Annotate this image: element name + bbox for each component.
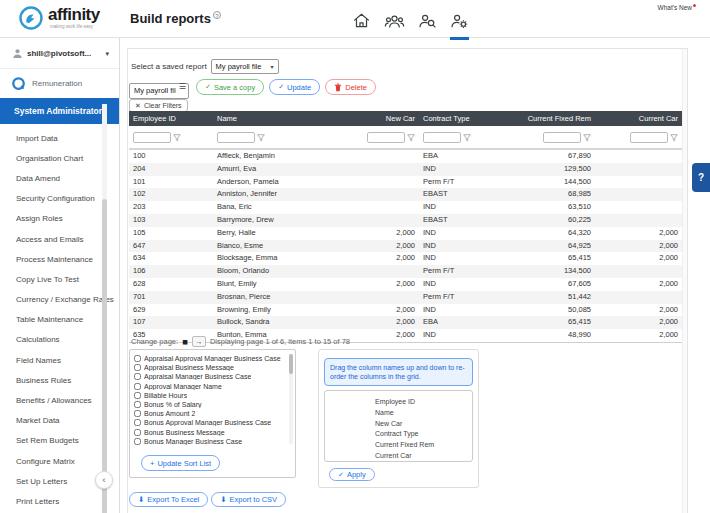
field-checkbox-row[interactable]: Appraisal Business Message: [134, 363, 287, 372]
table-row[interactable]: 628Blunt, Emily2,000IND67,6052,000: [129, 278, 682, 291]
table-row[interactable]: 103Barrymore, DrewEBAST60,225: [129, 214, 682, 227]
col-header-name[interactable]: Name: [213, 111, 339, 126]
column-order-item[interactable]: Name: [325, 408, 472, 419]
table-row[interactable]: 203Bana, EricIND63,510: [129, 201, 682, 214]
saved-report-select[interactable]: My payroll file ▾: [211, 59, 279, 74]
filter-icon[interactable]: [463, 134, 471, 142]
field-checkbox-row[interactable]: Appraisal Approval Manager Business Case: [134, 354, 287, 363]
table-row[interactable]: 647Bianco, Esme2,000IND64,9252,000: [129, 240, 682, 253]
column-order-item[interactable]: Employee ID: [325, 397, 472, 408]
top-bar: affinity making work life easy Build rep…: [0, 0, 710, 38]
report-fields-list: Appraisal Approval Manager Business Case…: [134, 354, 287, 449]
table-row[interactable]: 102Anniston, JenniferEBAST68,985: [129, 188, 682, 201]
field-checkbox-row[interactable]: Appraisal Manager Business Case: [134, 372, 287, 381]
export-to-excel-button[interactable]: ⬇ Export To Excel: [129, 492, 208, 507]
fields-list-scrollbar-thumb[interactable]: [289, 354, 293, 374]
filter-icon[interactable]: [173, 134, 181, 142]
pagination-status: Displaying page 1 of 6, items 1 to 15 of…: [210, 337, 350, 346]
filter-icon[interactable]: [407, 134, 415, 142]
table-row[interactable]: 106Bloom, OrlandoPerm F/T134,500: [129, 265, 682, 278]
column-order-item[interactable]: New Car: [325, 419, 472, 430]
nav-employee-search-icon[interactable]: [418, 13, 437, 40]
field-checkbox[interactable]: [134, 383, 141, 390]
table-row[interactable]: 101Anderson, PamelaPerm F/T144,500: [129, 176, 682, 189]
report-menu-icon[interactable]: ☰: [179, 82, 186, 91]
column-reorder-panel: Drag the column names up and down to re-…: [318, 349, 479, 488]
field-checkbox-row[interactable]: Bonus Amount 2: [134, 409, 287, 418]
apply-button[interactable]: ✓ Apply: [329, 468, 375, 481]
field-checkbox[interactable]: [134, 373, 141, 380]
sidebar-collapse-button[interactable]: ‹: [95, 471, 113, 489]
field-checkbox-row[interactable]: Bonus Manager Business Case: [134, 437, 287, 446]
filter-input-current-car[interactable]: [630, 132, 668, 143]
field-checkbox-row[interactable]: Bonus % of Salary: [134, 400, 287, 409]
content-scrollbar[interactable]: [682, 49, 687, 513]
col-header-new-car[interactable]: New Car: [339, 111, 419, 126]
help-tab-button[interactable]: ?: [692, 163, 710, 192]
field-checkbox[interactable]: [134, 438, 141, 445]
table-row[interactable]: 204Amurri, EvaIND129,500: [129, 163, 682, 176]
column-order-item[interactable]: Current Car: [325, 451, 472, 462]
filter-input-name[interactable]: [217, 132, 255, 143]
build-reports-panel: Select a saved report My payroll file ▾ …: [127, 48, 688, 513]
filter-input-current-fixed-rem[interactable]: [543, 132, 581, 143]
filter-input-contract-type[interactable]: [423, 132, 461, 143]
column-order-item[interactable]: Contract Type: [325, 429, 472, 440]
field-checkbox-row[interactable]: Billable Hours: [134, 391, 287, 400]
brand-name: affinity: [48, 5, 100, 24]
delete-button[interactable]: Delete: [325, 79, 376, 95]
col-header-current-fixed-rem[interactable]: Current Fixed Rem: [507, 111, 595, 126]
table-row[interactable]: 629Browning, Emily2,000IND50,0852,000: [129, 304, 682, 317]
field-checkbox[interactable]: [134, 401, 141, 408]
filter-icon[interactable]: [257, 134, 265, 142]
sidebar-item-remuneration[interactable]: Remuneration: [0, 69, 119, 98]
save-a-copy-button[interactable]: ✓ Save a copy: [196, 79, 264, 95]
next-page-button[interactable]: →: [192, 336, 206, 347]
field-checkbox[interactable]: [134, 355, 141, 362]
field-checkbox-row[interactable]: Bonus Approval Manager Business Case: [134, 418, 287, 427]
col-header-contract-type[interactable]: Contract Type: [419, 111, 507, 126]
column-order-item[interactable]: Current Fixed Rem: [325, 440, 472, 451]
download-icon: ⬇: [220, 495, 226, 504]
field-checkbox[interactable]: [134, 392, 141, 399]
module-label: Remuneration: [32, 79, 82, 88]
grid-filter-row: [129, 126, 682, 149]
nav-home-icon[interactable]: [352, 12, 371, 40]
table-row[interactable]: 105Berry, Halle2,000IND64,3202,000: [129, 227, 682, 240]
field-checkbox[interactable]: [134, 410, 141, 417]
sidebar-scrollbar-thumb[interactable]: [102, 199, 107, 513]
filter-icon[interactable]: [583, 134, 591, 142]
page-help-icon[interactable]: ?: [213, 11, 221, 19]
field-checkbox[interactable]: [134, 364, 141, 371]
chevron-down-icon: ▾: [105, 50, 109, 58]
table-row[interactable]: 107Bullock, Sandra2,000EBA65,4152,000: [129, 316, 682, 329]
col-header-current-car[interactable]: Current Car: [595, 111, 682, 126]
nav-admin-icon[interactable]: [450, 13, 469, 40]
new-badge-dot: [693, 4, 696, 7]
fields-list-scrollbar[interactable]: [289, 354, 293, 444]
page-stop-icon[interactable]: ◼: [182, 338, 188, 346]
filter-input-employee-id[interactable]: [133, 132, 171, 143]
field-checkbox[interactable]: [134, 429, 141, 436]
table-row[interactable]: 634Blocksage, Emma2,000IND65,4152,000: [129, 252, 682, 265]
nav-employees-icon[interactable]: [384, 13, 405, 40]
export-to-csv-button[interactable]: ⬇ Export to CSV: [211, 492, 286, 507]
user-menu[interactable]: shill@pivotsoft... ▾: [0, 38, 119, 69]
table-row[interactable]: 100Affleck, BenjaminEBA67,890: [129, 149, 682, 163]
whats-new-link[interactable]: What's New: [658, 4, 696, 11]
update-button[interactable]: ✓ Update: [269, 79, 320, 95]
check-icon: ✓: [205, 83, 211, 91]
filter-input-new-car[interactable]: [367, 132, 405, 143]
field-checkbox-row[interactable]: Bonus Business Message: [134, 428, 287, 437]
update-sort-list-button[interactable]: + Update Sort List: [141, 455, 220, 471]
table-row[interactable]: 701Brosnan, PiercePerm F/T51,442: [129, 291, 682, 304]
field-checkbox[interactable]: [134, 419, 141, 426]
field-checkbox-row[interactable]: Approval Manager Name: [134, 382, 287, 391]
sidebar-scrollbar[interactable]: [102, 104, 107, 513]
column-order-list: Employee ID Name New Car Contract Type C…: [324, 390, 473, 462]
filter-icon[interactable]: [670, 134, 678, 142]
report-fields-panel: Appraisal Approval Manager Business Case…: [129, 349, 296, 478]
col-header-employee-id[interactable]: Employee ID: [129, 111, 213, 126]
change-page-label: Change page:: [131, 337, 178, 346]
report-grid: Employee ID Name New Car Contract Type C…: [129, 111, 682, 343]
